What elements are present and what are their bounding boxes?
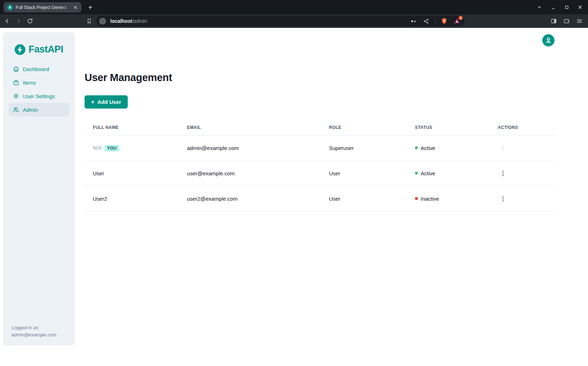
site-info-icon[interactable]	[99, 18, 106, 25]
status-dot-active	[415, 172, 418, 175]
main-content: User Management + Add User FULL NAME EMA…	[85, 28, 555, 211]
column-header-status: STATUS	[407, 120, 490, 135]
add-user-label: Add User	[97, 99, 121, 105]
cell-email: user@example.com	[179, 161, 321, 186]
users-icon	[13, 106, 19, 113]
reload-button[interactable]	[25, 16, 35, 26]
tab-title: Full Stack Project Genera	[16, 5, 71, 10]
brave-shield-icon[interactable]	[440, 17, 448, 25]
app-page: FastAPI Dashboard Items User Settings	[0, 28, 588, 366]
kebab-menu-icon[interactable]: ⋮	[498, 194, 508, 203]
cell-email: user2@example.com	[179, 186, 321, 211]
kebab-menu-icon[interactable]: ⋮	[498, 169, 508, 178]
bookmark-icon[interactable]	[84, 16, 94, 26]
brand: FastAPI	[3, 32, 75, 55]
table-header-row: FULL NAME EMAIL ROLE STATUS ACTIONS	[85, 120, 555, 135]
url-bar-actions: 1	[409, 17, 461, 25]
cell-role: User	[321, 186, 407, 211]
logged-in-email: admin@example.com	[11, 331, 56, 339]
toolbar-divider	[435, 18, 435, 24]
status-dot-inactive	[415, 197, 418, 200]
cell-actions: ⋮	[490, 161, 555, 186]
close-window-button[interactable]	[575, 2, 585, 12]
column-header-full-name: FULL NAME	[85, 120, 179, 135]
password-key-icon[interactable]	[409, 17, 417, 25]
sidebar-item-user-settings[interactable]: User Settings	[9, 89, 69, 103]
window-controls	[534, 0, 585, 14]
forward-button[interactable]	[14, 16, 24, 26]
briefcase-icon	[13, 79, 19, 86]
cell-full-name: User	[85, 161, 179, 186]
browser-tab[interactable]: Full Stack Project Genera ✕	[4, 2, 81, 12]
cell-full-name: N/AYOU	[85, 135, 179, 161]
url-path: /admin	[132, 18, 147, 24]
sidebar-item-label: Items	[23, 80, 36, 86]
users-table: FULL NAME EMAIL ROLE STATUS ACTIONS N/AY…	[85, 120, 555, 211]
wallet-icon[interactable]	[562, 16, 572, 26]
column-header-email: EMAIL	[179, 120, 321, 135]
gear-icon	[13, 93, 19, 99]
sidebar-item-items[interactable]: Items	[9, 76, 69, 89]
sidebar-item-dashboard[interactable]: Dashboard	[9, 62, 69, 76]
minimize-button[interactable]	[548, 2, 558, 12]
share-icon[interactable]	[422, 17, 430, 25]
status-label: Inactive	[421, 196, 439, 202]
kebab-menu-icon: ⋮	[498, 144, 508, 152]
url-bar[interactable]: localhost/admin	[96, 16, 465, 26]
cell-full-name: User2	[85, 186, 179, 211]
fastapi-logo-icon	[15, 44, 25, 55]
logged-in-label: Logged in as:	[11, 324, 56, 331]
sidebar-item-label: Dashboard	[23, 66, 49, 72]
cell-actions: ⋮	[490, 135, 555, 161]
full-name-value: N/A	[93, 145, 102, 151]
browser-toolbar: localhost/admin	[0, 14, 588, 28]
plus-icon: +	[91, 99, 95, 105]
status-label: Active	[421, 170, 435, 176]
tab-close-icon[interactable]: ✕	[72, 4, 78, 11]
url-host: localhost	[110, 18, 132, 24]
column-header-role: ROLE	[321, 120, 407, 135]
sidebar-toggle-icon[interactable]	[549, 16, 559, 26]
you-badge: YOU	[105, 145, 119, 151]
page-title: User Management	[85, 28, 555, 84]
sidebar-item-label: User Settings	[23, 93, 55, 99]
maximize-button[interactable]	[562, 2, 572, 12]
sidebar-nav: Dashboard Items User Settings Admin	[3, 62, 75, 116]
table-row: User user@example.com User Active ⋮	[85, 161, 555, 186]
tab-search-chevron-icon[interactable]	[534, 2, 544, 12]
brave-rewards-icon[interactable]: 1	[453, 17, 461, 25]
cell-role: Superuser	[321, 135, 407, 161]
browser-window: Full Stack Project Genera ✕ +	[0, 0, 588, 366]
cell-status: Active	[407, 161, 490, 186]
user-menu-button[interactable]	[542, 34, 554, 46]
sidebar-item-label: Admin	[23, 107, 38, 113]
menu-hamburger-icon[interactable]	[574, 16, 584, 26]
status-dot-active	[415, 146, 418, 149]
logged-in-as: Logged in as: admin@example.com	[11, 324, 56, 339]
rewards-badge: 1	[458, 15, 463, 20]
cell-status: Active	[407, 135, 490, 161]
fastapi-favicon-icon	[7, 5, 13, 10]
status-label: Active	[421, 145, 435, 151]
add-user-button[interactable]: + Add User	[85, 95, 128, 109]
table-row: User2 user2@example.com User Inactive ⋮	[85, 186, 555, 211]
user-avatar-icon	[545, 37, 552, 44]
cell-actions: ⋮	[490, 186, 555, 211]
cell-status: Inactive	[407, 186, 490, 211]
table-row: N/AYOU admin@example.com Superuser Activ…	[85, 135, 555, 161]
brand-name: FastAPI	[29, 44, 63, 55]
sidebar: FastAPI Dashboard Items User Settings	[3, 32, 75, 346]
column-header-actions: ACTIONS	[490, 120, 555, 135]
cell-email: admin@example.com	[179, 135, 321, 161]
toolbar-right-actions	[549, 14, 584, 28]
sidebar-item-admin[interactable]: Admin	[9, 103, 69, 116]
url-text[interactable]: localhost/admin	[110, 18, 409, 24]
browser-titlebar: Full Stack Project Genera ✕ +	[0, 0, 588, 14]
new-tab-button[interactable]: +	[86, 3, 95, 12]
back-button[interactable]	[2, 16, 12, 26]
home-icon	[13, 66, 19, 72]
cell-role: User	[321, 161, 407, 186]
